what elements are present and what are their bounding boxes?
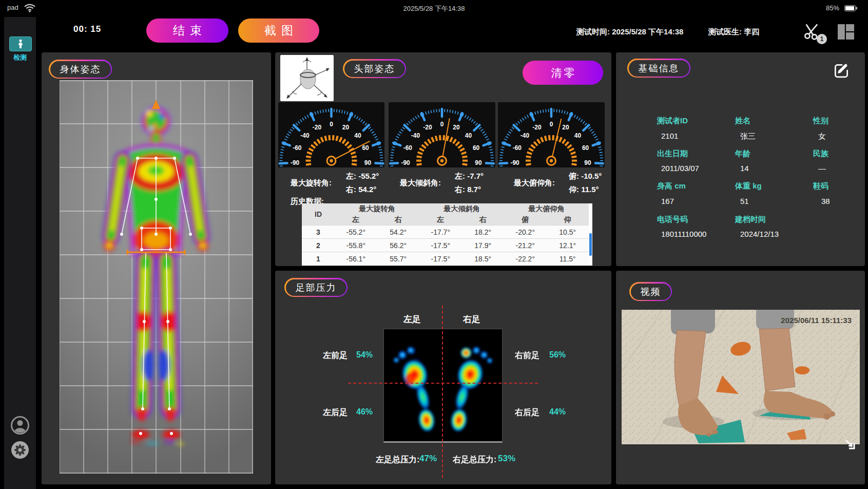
table-cell: 11.5° [547, 252, 589, 266]
svg-text:-20: -20 [313, 124, 322, 131]
table-cell: -17.5° [419, 239, 462, 252]
svg-text:40: 40 [354, 132, 361, 139]
svg-text:60: 60 [362, 144, 369, 152]
table-cell: 54.2° [377, 225, 420, 239]
battery-percent: 85% [826, 4, 839, 12]
field-value: 2011/03/07 [661, 164, 699, 173]
session-timer: 00: 15 [73, 24, 101, 34]
svg-text:-90: -90 [291, 159, 300, 166]
device-name: pad [7, 4, 18, 11]
field-label: 体重 kg [735, 181, 762, 191]
svg-text:90: 90 [364, 159, 372, 166]
field-label: 民族 [813, 149, 828, 159]
max-rotation-left: 左: -55.2° [346, 172, 379, 181]
body-thermal-image [60, 80, 253, 474]
reset-button[interactable]: 清零 [523, 61, 603, 85]
test-time-value: 2025/5/28 下午14:38 [612, 27, 683, 36]
left-forefoot-label: 左前足 [323, 350, 348, 361]
heatmap-vertical-divider [442, 306, 443, 478]
foot-pressure-title: 足部压力 [286, 279, 346, 296]
field-label: 鞋码 [813, 181, 828, 191]
table-sub-header: 左 [335, 214, 377, 225]
screenshot-button[interactable]: 截图 [238, 18, 319, 43]
field-value: 张三 [740, 131, 756, 141]
table-scrollbar-thumb[interactable] [589, 233, 592, 256]
max-pitch-gauge: -90-60-40-20020406090 [498, 102, 605, 167]
left-rearfoot-value: 46% [356, 407, 373, 417]
foot-pressure-title-pill: 足部压力 [284, 278, 348, 297]
field-label: 姓名 [735, 116, 750, 126]
table-cell-id: 3 [302, 225, 335, 239]
field-value: 167 [661, 197, 674, 205]
table-sub-header: 左 [419, 214, 462, 225]
table-cell: 55.7° [377, 252, 420, 266]
doctor-value: 李四 [744, 27, 759, 36]
svg-text:60: 60 [582, 144, 589, 152]
right-rearfoot-label: 右后足 [515, 407, 539, 418]
table-row[interactable]: 1-56.1°55.7°-17.5°18.5°-22.2°11.5° [302, 252, 589, 266]
max-pitch-up: 仰: 11.5° [569, 185, 599, 195]
right-total-label: 右足总压力: [453, 455, 496, 465]
max-rotation-right: 右: 54.2° [346, 185, 376, 195]
history-table-wrap: ID最大旋转角最大倾斜角最大俯仰角左右左右俯仰3-55.2°54.2°-17.7… [302, 203, 592, 266]
table-row[interactable]: 2-55.8°56.2°-17.5°17.9°-21.2°12.1° [302, 239, 589, 252]
max-tilt-label: 最大倾斜角: [400, 178, 441, 188]
sidebar-item-detect[interactable] [9, 36, 32, 51]
video-title-pill: 视频 [629, 282, 672, 301]
test-time: 测试时间: 2025/5/28 下午14:38 [576, 27, 683, 37]
right-foot-label: 右足 [463, 313, 480, 325]
svg-text:-60: -60 [293, 144, 302, 152]
table-row[interactable]: 3-55.2°54.2°-17.7°18.2°-20.2°10.5° [302, 225, 589, 239]
svg-text:-20: -20 [532, 124, 542, 131]
edit-icon[interactable] [832, 61, 851, 79]
statusbar-datetime: 2025/5/28 下午14:38 [403, 4, 465, 13]
video-frame: 2025/06/11 15:11:33 [622, 310, 860, 444]
max-rotation-label: 最大旋转角: [291, 178, 332, 188]
battery-icon [844, 5, 858, 11]
field-label: 身高 cm [657, 181, 686, 191]
max-rotation-gauge: -90-60-40-20020406090 [278, 102, 384, 167]
table-cell: 10.5° [547, 225, 589, 239]
right-forefoot-value: 56% [549, 350, 566, 360]
svg-text:0: 0 [330, 121, 333, 128]
max-pitch-down: 俯: -10.5° [569, 172, 602, 181]
svg-text:-60: -60 [513, 144, 522, 152]
person-icon [16, 39, 25, 50]
expand-corner-icon[interactable] [842, 436, 855, 449]
end-button[interactable]: 结束 [146, 18, 228, 43]
right-forefoot-label: 右前足 [515, 350, 539, 361]
svg-text:-20: -20 [423, 124, 432, 131]
svg-text:-90: -90 [510, 159, 519, 166]
table-group-header: 最大俯仰角 [504, 203, 589, 214]
gear-icon[interactable] [10, 440, 30, 460]
layout-grid-icon[interactable] [838, 24, 854, 40]
field-label: 性别 [813, 116, 828, 126]
basic-info-title-pill: 基础信息 [627, 59, 690, 78]
table-cell: -22.2° [504, 252, 547, 266]
field-label: 建档时间 [735, 215, 766, 224]
field-value: 14 [740, 164, 749, 173]
body-posture-title: 身体姿态 [50, 61, 111, 78]
status-bar: pad 2025/5/28 下午14:38 85% [0, 0, 868, 17]
video-timestamp: 2025/06/11 15:11:33 [781, 316, 852, 325]
field-value: 2101 [661, 131, 678, 140]
sidebar-detect-label: 检测 [4, 53, 36, 62]
body-posture-panel: 身体姿态 [42, 52, 271, 484]
table-cell: -17.5° [419, 252, 462, 266]
body-posture-title-pill: 身体姿态 [49, 60, 112, 79]
basic-info-title: 基础信息 [629, 60, 689, 77]
doctor-label: 测试医生: [708, 27, 742, 36]
left-foot-label: 左足 [403, 313, 421, 325]
table-cell: -55.8° [335, 239, 377, 252]
field-value: 18011110000 [661, 230, 706, 238]
svg-text:-40: -40 [300, 132, 310, 139]
field-value: 2024/12/13 [740, 230, 779, 238]
foot-heatmap [383, 329, 503, 443]
table-sub-header: 右 [377, 214, 420, 225]
gauge-dial: -90-60-40-20020406090 [278, 102, 384, 167]
left-total-label: 左足总压力: [376, 455, 419, 465]
table-sub-header: 俯 [504, 214, 547, 225]
svg-text:20: 20 [342, 124, 350, 131]
svg-text:90: 90 [584, 159, 591, 166]
profile-icon[interactable] [10, 416, 30, 435]
